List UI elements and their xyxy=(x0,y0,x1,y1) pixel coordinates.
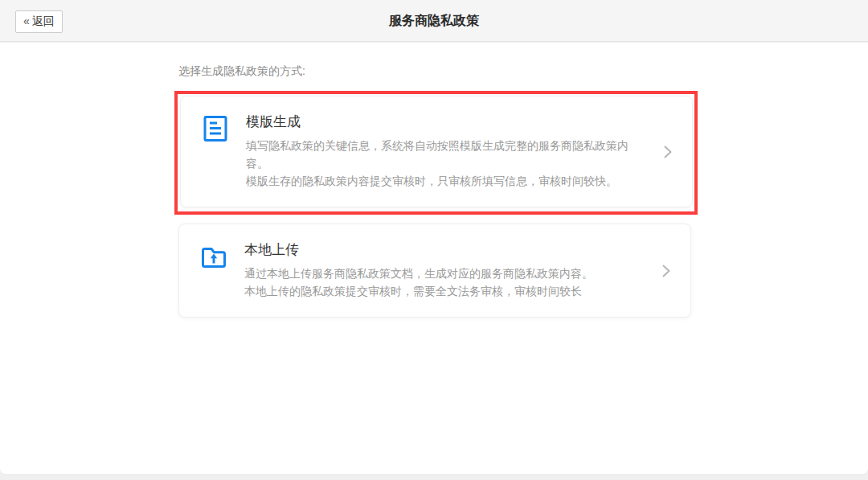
document-lines-icon xyxy=(201,114,230,143)
option-description-line2: 模版生存的隐私政策内容提交审核时，只审核所填写信息，审核时间较快。 xyxy=(246,172,644,190)
chevron-right-icon xyxy=(661,264,671,278)
option-title: 本地上传 xyxy=(244,241,642,259)
option-card-template-generate[interactable]: 模版生成 填写隐私政策的关键信息，系统将自动按照模版生成完整的服务商隐私政策内容… xyxy=(180,96,693,207)
option-description-line1: 通过本地上传服务商隐私政策文档，生成对应的服务商隐私政策内容。 xyxy=(244,265,642,282)
option-texts: 本地上传 通过本地上传服务商隐私政策文档，生成对应的服务商隐私政策内容。 本地上… xyxy=(244,241,642,300)
option-card-local-upload[interactable]: 本地上传 通过本地上传服务商隐私政策文档，生成对应的服务商隐私政策内容。 本地上… xyxy=(178,224,691,318)
option-texts: 模版生成 填写隐私政策的关键信息，系统将自动按照模版生成完整的服务商隐私政策内容… xyxy=(246,113,644,190)
method-prompt-label: 选择生成隐私政策的方式: xyxy=(178,64,868,79)
page-header: « 返回 服务商隐私政策 xyxy=(0,0,868,42)
folder-upload-icon xyxy=(199,242,228,271)
privacy-policy-page: « 返回 服务商隐私政策 选择生成隐私政策的方式: xyxy=(0,0,868,480)
option-cards: 模版生成 填写隐私政策的关键信息，系统将自动按照模版生成完整的服务商隐私政策内容… xyxy=(178,91,698,318)
option-description-line2: 本地上传的隐私政策提交审核时，需要全文法务审核，审核时间较长 xyxy=(244,282,642,300)
highlight-box: 模版生成 填写隐私政策的关键信息，系统将自动按照模版生成完整的服务商隐私政策内容… xyxy=(174,91,698,215)
option-description-line1: 填写隐私政策的关键信息，系统将自动按照模版生成完整的服务商隐私政策内容。 xyxy=(246,137,644,172)
option-title: 模版生成 xyxy=(246,113,644,131)
content-panel: 选择生成隐私政策的方式: 模版生成 填写隐私政策的关键信息，系统将自动 xyxy=(0,43,868,475)
chevron-right-icon xyxy=(663,145,673,159)
page-title: 服务商隐私政策 xyxy=(0,0,868,42)
